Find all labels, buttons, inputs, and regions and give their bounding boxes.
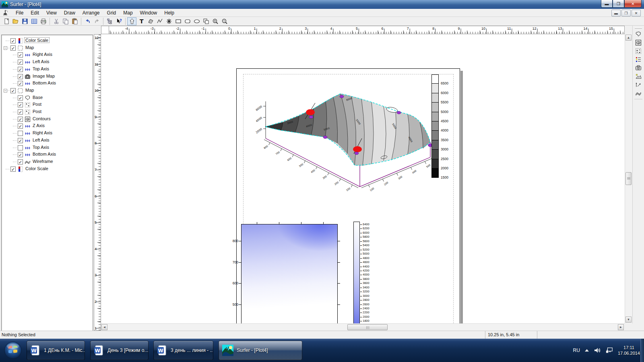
tree-checkbox[interactable]: ✓ [10, 45, 16, 51]
tree-item-post[interactable]: ✓Post [2, 109, 93, 115]
tree-item-label[interactable]: Post [32, 109, 42, 114]
tree-item-label[interactable]: Right Axis [32, 52, 53, 57]
mdi-close-button[interactable]: ✕ [632, 10, 641, 16]
tree-item-contours[interactable]: ✓Contours [2, 116, 93, 123]
tree-item-label[interactable]: Map [25, 45, 35, 50]
tree-item-label[interactable]: Bottom Axis [32, 80, 57, 85]
tree-checkbox[interactable]: ✓ [10, 38, 16, 43]
tree-item-label[interactable]: Left Axis [32, 59, 50, 64]
tree-checkbox[interactable]: ✓ [18, 74, 23, 79]
tree-item-label[interactable]: Color Scale [25, 166, 49, 171]
hidden-icons-chevron[interactable] [585, 349, 589, 352]
tree-checkbox[interactable]: ✓ [18, 102, 23, 107]
menu-window[interactable]: Window [136, 9, 161, 16]
taskbar-button-word-1[interactable]: W1 ДЕнь К.М. - Mic... [27, 341, 85, 360]
tree-item-top-axis[interactable]: Top Axis [2, 144, 93, 151]
tree-checkbox[interactable]: ✓ [18, 52, 23, 58]
tree-checkbox[interactable]: ✓ [18, 109, 23, 115]
open-button[interactable] [11, 17, 20, 25]
tree-item-right-axis[interactable]: ✓Right Axis [2, 51, 93, 58]
toolbar-grip[interactable] [635, 27, 642, 29]
tree-checkbox[interactable]: ✓ [18, 152, 23, 157]
tree-checkbox[interactable]: ✓ [18, 67, 23, 72]
reshape-tool-button[interactable] [201, 17, 211, 25]
tree-checkbox[interactable]: ✓ [18, 117, 23, 122]
tree-item-label[interactable]: Right Axis [32, 130, 53, 135]
redo-button[interactable] [92, 17, 101, 25]
menu-file[interactable]: File [12, 9, 27, 16]
zoom-out-button[interactable] [220, 17, 229, 25]
polyline-tool-button[interactable] [155, 17, 164, 25]
clock[interactable]: 17:11 17.06.2014 [618, 345, 640, 356]
plot-canvas[interactable]: 600040002000 800700600500400300200100100… [101, 34, 625, 323]
tree-checkbox[interactable]: ✓ [18, 123, 23, 129]
text-tool-button[interactable]: T [136, 17, 146, 25]
menu-map[interactable]: Map [120, 9, 136, 16]
tree-item-label[interactable]: Z Axis [32, 123, 45, 128]
tree-item-label[interactable]: Left Axis [32, 138, 50, 142]
print-button[interactable] [39, 17, 48, 25]
menu-grid[interactable]: Grid [103, 9, 120, 16]
restore-button[interactable]: ❐ [613, 0, 624, 8]
tree-item-bottom-axis[interactable]: ✓Bottom Axis [2, 80, 93, 87]
help-select-button[interactable]: ? [114, 17, 124, 25]
cut-button[interactable] [52, 17, 61, 25]
scroll-right-button[interactable]: ► [618, 324, 624, 330]
menu-arrange[interactable]: Arrange [79, 9, 103, 16]
tree-checkbox[interactable]: ✓ [18, 159, 23, 165]
tree-item-map[interactable]: −✓Map [2, 87, 93, 94]
volume-icon[interactable] [594, 347, 601, 354]
menu-edit[interactable]: Edit [27, 9, 43, 16]
classed-post-map-button[interactable] [634, 56, 643, 64]
post-map-button[interactable] [634, 47, 643, 55]
tree-item-label[interactable]: Wireframe [32, 159, 54, 164]
rounded-rect-tool-button[interactable] [183, 17, 192, 25]
tree-item-label[interactable]: Bottom Axis [32, 152, 57, 156]
ellipse-tool-button[interactable] [192, 17, 201, 25]
object-manager-button[interactable] [105, 17, 114, 25]
taskbar-button-word-3[interactable]: W3 день ... линия - ... [153, 341, 213, 360]
tree-expander[interactable]: − [4, 46, 7, 50]
new-button[interactable] [2, 17, 11, 25]
network-icon[interactable] [606, 347, 613, 354]
menu-help[interactable]: Help [161, 9, 178, 16]
vertical-scrollbar[interactable]: ▲ ▼ [625, 34, 632, 323]
copy-button[interactable] [61, 17, 70, 25]
tree-item-label[interactable]: Contours [32, 116, 52, 121]
tree-item-label[interactable]: Post [32, 102, 42, 107]
zoom-in-button[interactable] [211, 17, 220, 25]
scroll-left-button[interactable]: ◄ [101, 324, 107, 330]
tree-item-bottom-axis[interactable]: ✓Bottom Axis [2, 151, 93, 158]
tree-item-image-map[interactable]: ✓Image Map [2, 73, 93, 80]
tree-item-map[interactable]: −✓Map [2, 45, 93, 51]
tree-checkbox[interactable]: ✓ [18, 81, 23, 86]
symbol-tool-button[interactable] [164, 17, 173, 25]
menu-draw[interactable]: Draw [60, 9, 79, 16]
paste-button[interactable] [70, 17, 79, 25]
tree-checkbox[interactable] [18, 131, 23, 136]
horizontal-scroll-thumb[interactable] [347, 324, 388, 330]
base-map-button[interactable] [634, 30, 643, 38]
vector-map-button[interactable] [634, 81, 643, 89]
tree-checkbox[interactable]: ✓ [18, 60, 23, 65]
image-map-button[interactable] [634, 64, 643, 72]
select-arrow-button[interactable] [127, 17, 136, 25]
wireframe-map-button[interactable] [634, 89, 643, 97]
polygon-tool-button[interactable] [146, 17, 155, 25]
shaded-relief-map-button[interactable] [634, 72, 643, 80]
start-button[interactable] [3, 341, 23, 360]
tree-checkbox[interactable]: ✓ [18, 138, 23, 143]
menu-view[interactable]: View [43, 9, 60, 16]
tree-item-label[interactable]: Image Map [32, 74, 56, 78]
close-button[interactable]: ✕ [624, 0, 642, 8]
tree-checkbox[interactable]: ✓ [10, 88, 16, 93]
save-button[interactable] [20, 17, 29, 25]
language-indicator[interactable]: RU [573, 348, 580, 353]
tree-expander[interactable]: − [4, 89, 7, 93]
show-desktop-button[interactable] [640, 339, 644, 362]
taskbar-button-word-2[interactable]: WДень 3 [Режим о... [90, 341, 149, 360]
tree-checkbox[interactable]: ✓ [18, 95, 23, 101]
horizontal-scrollbar[interactable]: ◄ ► [101, 323, 625, 331]
tree-item-z-axis[interactable]: ✓Z Axis [2, 123, 93, 130]
minimize-button[interactable]: ▬ [601, 0, 613, 8]
